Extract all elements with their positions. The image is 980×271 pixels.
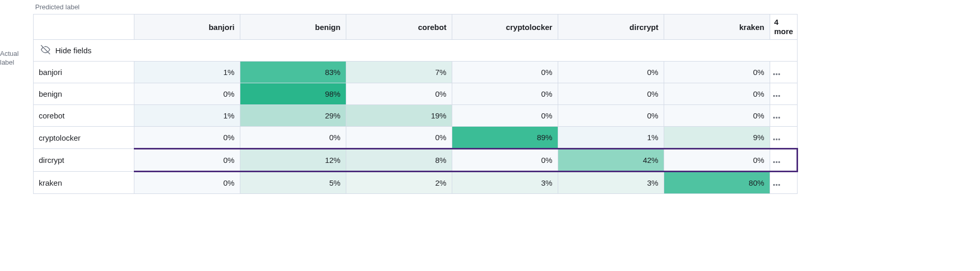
matrix-cell[interactable]: 9% — [664, 127, 770, 149]
matrix-cell[interactable]: 80% — [664, 172, 770, 194]
eye-off-icon — [41, 45, 50, 56]
matrix-cell[interactable]: 98% — [240, 83, 346, 105]
ellipsis-icon — [773, 95, 780, 97]
matrix-cell[interactable]: 0% — [134, 83, 240, 105]
matrix-cell[interactable]: 0% — [664, 62, 770, 83]
more-cells-button[interactable] — [770, 62, 797, 83]
table-row: corebot1%29%19%0%0%0% — [34, 105, 798, 127]
confusion-matrix-table: Hide fields banjori benign corebot crypt… — [33, 14, 798, 194]
table-row: kraken0%5%2%3%3%80% — [34, 172, 798, 194]
matrix-cell[interactable]: 1% — [558, 127, 664, 149]
column-header[interactable]: kraken — [664, 14, 770, 40]
matrix-cell[interactable]: 0% — [664, 83, 770, 105]
matrix-cell[interactable]: 12% — [240, 149, 346, 172]
matrix-cell[interactable]: 0% — [240, 127, 346, 149]
column-header[interactable]: benign — [240, 14, 346, 40]
predicted-axis-label: Predicted label — [35, 3, 980, 11]
column-header-row: banjori benign corebot cryptolocker dirc… — [34, 14, 798, 40]
matrix-cell[interactable]: 0% — [558, 83, 664, 105]
matrix-cell[interactable]: 5% — [240, 172, 346, 194]
matrix-cell[interactable]: 0% — [134, 172, 240, 194]
column-header[interactable]: banjori — [134, 14, 240, 40]
matrix-cell[interactable]: 89% — [452, 127, 558, 149]
matrix-cell[interactable]: 42% — [558, 149, 664, 172]
column-header-blank — [34, 14, 134, 40]
matrix-cell[interactable]: 0% — [134, 127, 240, 149]
table-row: dircrypt0%12%8%0%42%0% — [34, 149, 798, 172]
ellipsis-icon — [773, 73, 780, 75]
matrix-cell[interactable]: 0% — [452, 105, 558, 127]
matrix-cell[interactable]: 1% — [134, 62, 240, 83]
row-header[interactable]: dircrypt — [34, 149, 134, 172]
matrix-cell[interactable]: 0% — [664, 149, 770, 172]
row-header[interactable]: cryptolocker — [34, 127, 134, 149]
more-columns-header[interactable]: 4 more — [770, 14, 797, 40]
matrix-cell[interactable]: 0% — [346, 127, 452, 149]
matrix-cell[interactable]: 0% — [452, 149, 558, 172]
hide-fields-button[interactable]: Hide fields — [34, 40, 797, 61]
matrix-cell[interactable]: 1% — [134, 105, 240, 127]
matrix-cell[interactable]: 83% — [240, 62, 346, 83]
matrix-cell[interactable]: 7% — [346, 62, 452, 83]
more-cells-button[interactable] — [770, 149, 797, 172]
matrix-cell[interactable]: 3% — [558, 172, 664, 194]
row-header[interactable]: benign — [34, 83, 134, 105]
table-row: cryptolocker0%0%0%89%1%9% — [34, 127, 798, 149]
row-header[interactable]: banjori — [34, 62, 134, 83]
matrix-cell[interactable]: 0% — [558, 62, 664, 83]
matrix-cell[interactable]: 0% — [664, 105, 770, 127]
table-row: benign0%98%0%0%0%0% — [34, 83, 798, 105]
matrix-cell[interactable]: 3% — [452, 172, 558, 194]
ellipsis-icon — [773, 139, 780, 140]
matrix-cell[interactable]: 0% — [452, 62, 558, 83]
matrix-cell[interactable]: 2% — [346, 172, 452, 194]
matrix-cell[interactable]: 0% — [452, 83, 558, 105]
column-header[interactable]: corebot — [346, 14, 452, 40]
matrix-cell[interactable]: 0% — [134, 149, 240, 172]
more-cells-button[interactable] — [770, 127, 797, 149]
matrix-cell[interactable]: 0% — [558, 105, 664, 127]
more-cells-button[interactable] — [770, 105, 797, 127]
more-cells-button[interactable] — [770, 83, 797, 105]
ellipsis-icon — [773, 161, 780, 163]
matrix-cell[interactable]: 8% — [346, 149, 452, 172]
matrix-cell[interactable]: 0% — [346, 83, 452, 105]
column-header[interactable]: cryptolocker — [452, 14, 558, 40]
more-cells-button[interactable] — [770, 172, 797, 194]
matrix-cell[interactable]: 19% — [346, 105, 452, 127]
table-row: banjori1%83%7%0%0%0% — [34, 62, 798, 83]
column-header[interactable]: dircrypt — [558, 14, 664, 40]
ellipsis-icon — [773, 184, 780, 186]
row-header[interactable]: kraken — [34, 172, 134, 194]
hide-fields-label: Hide fields — [55, 46, 91, 55]
ellipsis-icon — [773, 117, 780, 118]
row-header[interactable]: corebot — [34, 105, 134, 127]
actual-axis-label: Actual label — [0, 50, 31, 67]
matrix-cell[interactable]: 29% — [240, 105, 346, 127]
